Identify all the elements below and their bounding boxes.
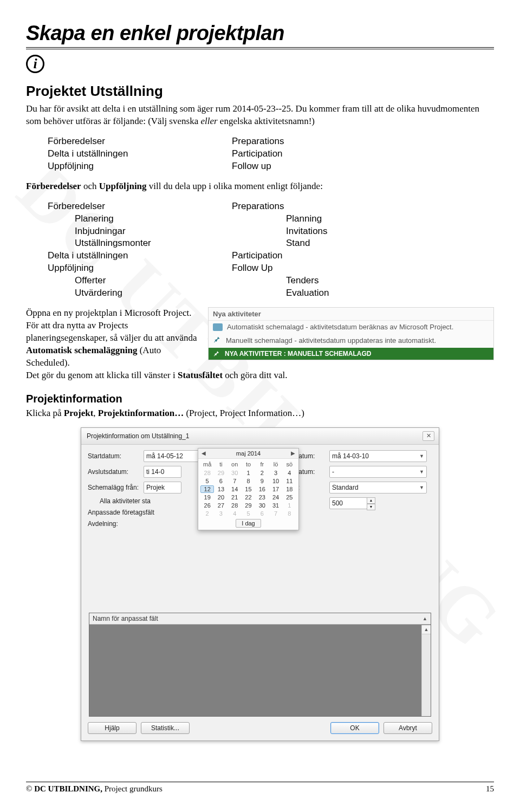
cal-day[interactable]: 16	[255, 485, 269, 493]
cal-day[interactable]: 28	[228, 502, 242, 509]
activity-name: Delta i utställningen	[48, 148, 232, 160]
cal-day[interactable]: 4	[283, 469, 296, 477]
spinner-up-icon[interactable]: ▲	[367, 497, 375, 504]
cal-day[interactable]: 20	[214, 493, 227, 501]
cal-day[interactable]: 4	[228, 510, 242, 517]
cal-day[interactable]: 9	[255, 477, 269, 485]
cal-day[interactable]: 26	[200, 502, 214, 509]
enddate-field[interactable]: ti 14-0	[144, 466, 181, 478]
cal-day[interactable]: 21	[228, 493, 242, 501]
menu-item-auto[interactable]: Automatiskt schemalagd - aktivitetsdatum…	[209, 321, 493, 333]
chevron-down-icon: ▼	[419, 466, 424, 477]
all-activities-hint: Alla aktiviteter sta	[100, 497, 151, 505]
info-icon: i	[26, 55, 44, 73]
statistics-button[interactable]: Statistik...	[141, 722, 190, 734]
cal-day[interactable]: 29	[242, 502, 255, 509]
ok-button[interactable]: OK	[330, 722, 379, 734]
cal-day[interactable]: 1	[283, 502, 296, 509]
enddate-value: ti 14-0	[146, 466, 164, 477]
activity-name: Delta i utställningen	[48, 250, 232, 262]
cal-dow: må	[200, 460, 214, 469]
pin-icon	[213, 335, 222, 346]
reportdate-field[interactable]: - ▼	[329, 466, 427, 478]
activity-translation: Invitations	[259, 225, 448, 238]
cal-dow: on	[228, 460, 242, 469]
cal-day[interactable]: 2	[255, 469, 269, 477]
cal-day[interactable]: 31	[269, 502, 282, 509]
cal-day[interactable]: 6	[214, 477, 227, 485]
cal-day[interactable]: 18	[283, 485, 296, 493]
cal-prev-icon[interactable]: ◀	[202, 450, 206, 456]
menu-item-auto-label: Automatiskt schemalagd - aktivitetsdatum…	[227, 323, 453, 331]
menu-item-manual-label: Manuellt schemalagd - aktivitetsdatum up…	[226, 336, 436, 345]
help-button[interactable]: Hjälp	[88, 722, 136, 734]
menu-selected-bar[interactable]: NYA AKTIVITETER : MANUELLT SCHEMALAGD	[209, 348, 493, 360]
close-icon[interactable]: ✕	[422, 431, 434, 441]
schedulefrom-field[interactable]: Projek	[144, 482, 181, 493]
cal-dow: sö	[283, 460, 296, 469]
cal-day[interactable]: 1	[242, 469, 255, 477]
footer-page-number: 15	[486, 784, 494, 794]
activity-translation: Preparations	[232, 135, 394, 148]
cal-day[interactable]: 14	[228, 485, 242, 493]
listbox-scroll-up-icon[interactable]: ▲	[422, 616, 427, 621]
activity-name: Förberedelser	[48, 200, 232, 213]
cal-day[interactable]: 29	[214, 469, 227, 477]
enddate-label: Avslutsdatum:	[88, 468, 139, 476]
mid-paragraph: Förberedelser och Uppföljning vill du de…	[26, 180, 494, 193]
currentdate-field[interactable]: må 14-03-10 ▼	[329, 450, 427, 462]
section-heading-project: Projektet Utställning	[26, 83, 494, 100]
cal-day[interactable]: 15	[242, 485, 255, 493]
cal-day[interactable]: 2	[200, 510, 214, 517]
chevron-down-icon: ▼	[419, 482, 424, 493]
startdate-value: må 14-05-12	[146, 451, 183, 462]
cal-day[interactable]: 24	[269, 493, 282, 501]
activity-translation: Stand	[259, 237, 448, 250]
cal-day[interactable]: 7	[228, 477, 242, 485]
cal-day[interactable]: 30	[228, 469, 242, 477]
pin-icon	[213, 350, 220, 358]
cal-day[interactable]: 10	[269, 477, 282, 485]
cal-month-label: maj 2014	[236, 450, 261, 457]
cal-day[interactable]: 19	[200, 493, 214, 501]
cal-day[interactable]: 5	[242, 510, 255, 517]
priority-field[interactable]: 500	[329, 497, 367, 509]
menu-item-manual[interactable]: Manuellt schemalagd - aktivitetsdatum up…	[209, 333, 493, 348]
cal-day[interactable]: 27	[214, 502, 227, 509]
cal-next-icon[interactable]: ▶	[291, 450, 295, 456]
cal-day[interactable]: 23	[255, 493, 269, 501]
cal-day[interactable]: 8	[242, 477, 255, 485]
scroll-up-icon[interactable]: ▲	[422, 625, 431, 634]
scrollbar[interactable]: ▲	[421, 625, 431, 716]
cal-today-button[interactable]: I dag	[236, 519, 261, 528]
projinfo-paragraph: Klicka på Projekt, Projektinformation… (…	[26, 407, 494, 420]
cal-dow: ti	[214, 460, 227, 469]
cal-day[interactable]: 17	[269, 485, 282, 493]
footer-left: © DC UTBILDNING, Project grundkurs	[26, 784, 162, 794]
calendar-field[interactable]: Standard ▼	[329, 482, 427, 493]
cal-day[interactable]: 3	[269, 469, 282, 477]
cal-day[interactable]: 22	[242, 493, 255, 501]
cal-day[interactable]: 28	[200, 469, 214, 477]
activity-name: Uppföljning	[48, 160, 232, 173]
cal-day[interactable]: 30	[255, 502, 269, 509]
cal-day[interactable]: 25	[283, 493, 296, 501]
cal-day[interactable]: 12	[200, 485, 214, 493]
startdate-label: Startdatum:	[88, 452, 139, 460]
cal-day[interactable]: 8	[283, 510, 296, 517]
cal-day[interactable]: 13	[214, 485, 227, 493]
activity-name: Uppföljning	[48, 262, 232, 275]
cal-dow: lö	[269, 460, 282, 469]
cal-day[interactable]: 5	[200, 477, 214, 485]
activity-translation: Evaluation	[259, 287, 448, 300]
menu-selected-label: NYA AKTIVITETER : MANUELLT SCHEMALAGD	[225, 350, 371, 358]
cal-day[interactable]: 7	[269, 510, 282, 517]
cancel-button[interactable]: Avbryt	[384, 722, 432, 734]
cal-day[interactable]: 11	[283, 477, 296, 485]
priority-spinner[interactable]: ▲ ▼	[367, 497, 375, 510]
custom-field-listbox[interactable]: Namn för anpassat fält ▲ ▲	[89, 613, 431, 717]
cal-day[interactable]: 3	[214, 510, 227, 517]
page-title: Skapa en enkel projektplan	[26, 22, 494, 49]
cal-day[interactable]: 6	[255, 510, 269, 517]
spinner-down-icon[interactable]: ▼	[367, 504, 375, 510]
